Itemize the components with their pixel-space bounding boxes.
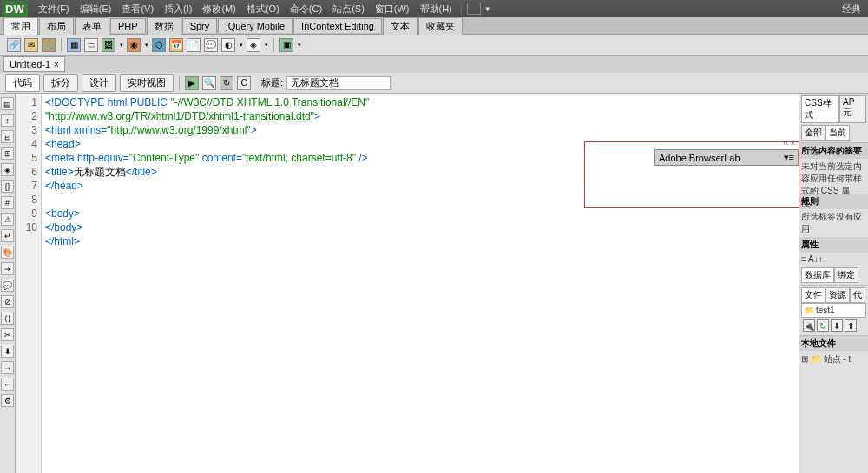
- div-icon[interactable]: ▭: [84, 38, 98, 52]
- tab-php[interactable]: PHP: [110, 18, 146, 33]
- ap-elements-tab[interactable]: AP 元: [839, 95, 866, 123]
- put-icon[interactable]: ⬆: [845, 319, 857, 332]
- anchor-icon[interactable]: ⚓: [42, 38, 56, 52]
- tab-favorites[interactable]: 收藏夹: [418, 17, 463, 35]
- syntax-coloring-icon[interactable]: 🎨: [1, 246, 14, 259]
- tab-jquery-mobile[interactable]: jQuery Mobile: [218, 18, 293, 33]
- menu-site[interactable]: 站点(S): [327, 3, 370, 16]
- tab-forms[interactable]: 表单: [75, 17, 109, 35]
- recent-snippets-icon[interactable]: ✂: [1, 328, 14, 341]
- script-dropdown[interactable]: ▾: [265, 42, 268, 49]
- css-current-tab[interactable]: 当前: [825, 125, 850, 141]
- layout-icon[interactable]: [467, 3, 481, 15]
- menu-insert[interactable]: 插入(I): [159, 3, 197, 16]
- code-editor[interactable]: 1 2 3 4 5 6 7 8 9 10 <!DOCTYPE html PUBL…: [16, 94, 799, 473]
- comment-icon[interactable]: 💬: [204, 38, 218, 52]
- expand-icon[interactable]: ⊞: [801, 354, 808, 364]
- media-icon[interactable]: ◉: [127, 38, 141, 52]
- server-include-icon[interactable]: 📄: [187, 38, 201, 52]
- css-all-tab[interactable]: 全部: [801, 125, 825, 141]
- title-input[interactable]: [286, 76, 391, 90]
- tab-spry[interactable]: Spry: [182, 18, 218, 33]
- browser-check-icon[interactable]: C: [237, 76, 251, 90]
- media-dropdown[interactable]: ▾: [145, 42, 148, 49]
- document-tab[interactable]: Untitled-1 ×: [3, 56, 65, 72]
- title-label: 标题:: [261, 76, 283, 89]
- head-dropdown[interactable]: ▾: [240, 42, 243, 49]
- balance-braces-icon[interactable]: {}: [1, 180, 14, 193]
- word-wrap-icon[interactable]: ↵: [1, 229, 14, 242]
- hyperlink-icon[interactable]: 🔗: [7, 38, 21, 52]
- menu-command[interactable]: 命令(C): [285, 3, 327, 16]
- outdent-icon[interactable]: ←: [1, 378, 14, 391]
- site-selector[interactable]: 📁 test1: [801, 303, 866, 318]
- indent-icon[interactable]: →: [1, 361, 14, 374]
- browserlab-panel[interactable]: ‹‹ × Adobe BrowserLab ▾≡: [584, 141, 799, 208]
- menu-view[interactable]: 查看(V): [116, 3, 159, 16]
- templates-icon[interactable]: ▣: [279, 38, 293, 52]
- script-icon[interactable]: ◈: [247, 38, 260, 52]
- menu-file[interactable]: 文件(F): [33, 3, 75, 16]
- browserlab-header[interactable]: Adobe BrowserLab ▾≡: [654, 149, 799, 166]
- widget-icon[interactable]: ⬡: [152, 38, 166, 52]
- menu-help[interactable]: 帮助(H): [415, 3, 457, 16]
- table-icon[interactable]: ▦: [67, 38, 81, 52]
- get-icon[interactable]: ⬇: [831, 319, 843, 332]
- bindings-tab[interactable]: 绑定: [834, 267, 858, 283]
- tab-incontext[interactable]: InContext Editing: [293, 18, 382, 33]
- menu-window[interactable]: 窗口(W): [370, 3, 415, 16]
- menu-format[interactable]: 格式(O): [241, 3, 285, 16]
- css-styles-tab[interactable]: CSS样式: [801, 95, 839, 123]
- close-icon[interactable]: ×: [54, 60, 59, 69]
- date-icon[interactable]: 📅: [169, 38, 183, 52]
- format-source-icon[interactable]: ⚙: [1, 394, 14, 407]
- assets-tab[interactable]: 资源: [825, 287, 850, 303]
- tab-common[interactable]: 常用: [3, 17, 38, 35]
- auto-indent-icon[interactable]: ⇥: [1, 262, 14, 275]
- files-tab[interactable]: 文件: [801, 287, 825, 303]
- show-code-navigator-icon[interactable]: ↕: [1, 114, 14, 127]
- remove-comment-icon[interactable]: ⊘: [1, 295, 14, 308]
- open-documents-icon[interactable]: ▤: [1, 97, 14, 110]
- wrap-tag-icon[interactable]: ⟨⟩: [1, 312, 14, 325]
- refresh-icon[interactable]: ↻: [220, 76, 233, 90]
- workspace-label[interactable]: 经典: [837, 3, 866, 16]
- files-toolbar: 🔌 ↻ ⬇ ⬆: [801, 318, 866, 333]
- snippets-tab[interactable]: 代: [850, 287, 865, 303]
- image-dropdown[interactable]: ▾: [120, 42, 123, 49]
- refresh-files-icon[interactable]: ↻: [817, 319, 829, 332]
- properties-toolbar[interactable]: ≡ A↓↑↓: [799, 253, 868, 266]
- panel-menu-icon[interactable]: ▾≡: [784, 152, 794, 163]
- select-parent-icon[interactable]: ◈: [1, 163, 14, 176]
- inspect-icon[interactable]: 🔍: [202, 76, 216, 90]
- apply-comment-icon[interactable]: 💬: [1, 279, 14, 292]
- layout-dropdown[interactable]: ▼: [484, 5, 491, 13]
- file-tree[interactable]: ⊞ 📁 站点 - t: [799, 351, 868, 367]
- email-icon[interactable]: ✉: [24, 38, 38, 52]
- templates-dropdown[interactable]: ▾: [298, 42, 301, 49]
- summary-title: 所选内容的摘要: [799, 143, 868, 159]
- menubar-separator: [461, 3, 462, 15]
- panel-window-controls[interactable]: ‹‹ ×: [783, 139, 795, 148]
- code-view-button[interactable]: 代码: [5, 74, 40, 92]
- tab-data[interactable]: 数据: [147, 17, 181, 35]
- live-code-icon[interactable]: ▶: [185, 76, 199, 90]
- highlight-invalid-icon[interactable]: ⚠: [1, 213, 14, 226]
- database-tab[interactable]: 数据库: [801, 267, 834, 283]
- collapse-icon[interactable]: ⊟: [1, 130, 14, 143]
- live-view-button[interactable]: 实时视图: [120, 74, 174, 92]
- line-numbers-icon[interactable]: #: [1, 196, 14, 209]
- app-logo: DW: [2, 1, 28, 17]
- menu-edit[interactable]: 编辑(E): [75, 3, 117, 16]
- move-css-icon[interactable]: ⬇: [1, 345, 14, 358]
- expand-icon[interactable]: ⊞: [1, 147, 14, 160]
- design-view-button[interactable]: 设计: [82, 74, 116, 92]
- tab-layout[interactable]: 布局: [39, 17, 74, 35]
- folder-icon: 📁: [804, 305, 814, 315]
- menu-modify[interactable]: 修改(M): [197, 3, 241, 16]
- tab-text[interactable]: 文本: [383, 17, 418, 35]
- image-icon[interactable]: 🖼: [102, 38, 115, 52]
- split-view-button[interactable]: 拆分: [43, 74, 78, 92]
- head-icon[interactable]: ◐: [221, 38, 235, 52]
- connect-icon[interactable]: 🔌: [803, 319, 815, 332]
